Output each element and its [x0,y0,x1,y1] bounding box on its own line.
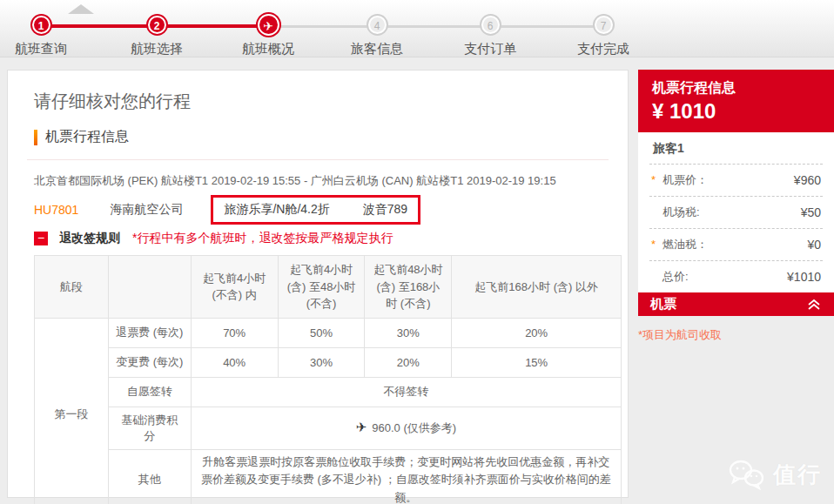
cell: 30% [365,318,452,347]
cell: 40% [191,347,278,377]
col-header-segment: 航段 [35,256,109,319]
step-label: 航班查询 [0,41,93,57]
price-summary-panel: 机票行程信息 ¥ 1010 旅客1 * 机票价： ¥960 机场税: ¥50 *… [638,70,834,343]
step-flight-overview: ✈ 航班概况 [216,16,320,57]
table-header-row: 航段 起飞前4小时 (不含) 内 起飞前4小时 (含) 至48小时 (不含) 起… [35,256,622,319]
double-chevron-up-icon[interactable] [806,299,822,311]
total-price: ¥ 1010 [652,99,820,124]
itinerary-card: 请仔细核对您的行程 机票行程信息 北京首都国际机场 (PEK) 航站楼T1 20… [7,70,629,498]
collapse-up-arrow-icon[interactable] [68,4,94,14]
ticket-collapse-bar[interactable]: 机票 [638,292,834,316]
price-breakdown: 旅客1 * 机票价： ¥960 机场税: ¥50 * 燃油税： ¥0 总价: ¥… [638,132,834,292]
watermark: 值行 [728,459,822,490]
table-row: 基础消费积分 ✈960.0 (仅供参考) [35,407,622,449]
airplane-icon: ✈ [356,420,367,434]
step-7-circle: 7 [595,16,613,34]
col-header-within-4h: 起飞前4小时 (不含) 内 [191,256,278,319]
section-accent-bar [34,130,37,145]
step-flight-select: 2 航班选择 [104,16,209,57]
watermark-text: 值行 [773,460,822,490]
step-4-circle: 4 [368,16,387,34]
col-header-beyond-168h: 起飞前168小时 (含) 以外 [452,256,622,319]
step-passenger-info: 4 旅客信息 [325,16,429,57]
refund-rules-title: 退改签规则 [59,231,120,246]
required-star: * [651,173,656,186]
step-6-circle: 6 [481,16,500,34]
page-title: 请仔细核对您的行程 [34,90,191,113]
col-header-48h-168h: 起飞前48小时 (含) 至168小时 (不含) [365,256,452,319]
row-label: 其他 [108,449,191,504]
row-label: 退票费 (每次) [108,318,191,347]
table-row: 第一段 退票费 (每次) 70% 50% 30% 20% [35,318,622,347]
divider [27,159,609,160]
step-2-circle: 2 [148,16,166,34]
section-title: 机票行程信息 [34,128,129,146]
table-row: 自愿签转 不得签转 [35,377,622,407]
price-summary-header: 机票行程信息 ¥ 1010 [638,70,834,132]
cell: ✈960.0 (仅供参考) [191,407,621,449]
refund-rules-note: *行程中有多个航班时，退改签按最严格规定执行 [132,231,393,246]
step-label: 航班概况 [216,41,320,57]
step-1-circle: 1 [32,16,50,34]
table-row: 变更费 (每次) 40% 30% 20% 15% [35,347,622,377]
aircraft-type: 波音789 [363,202,407,218]
cell: 升舱客票退票时按原客票舱位收取手续费；变更时网站将先收回优惠金额，再补交票价差额… [191,449,621,504]
col-header-4h-48h: 起飞前4小时 (含) 至48小时 (不含) [278,256,365,319]
cell: 50% [278,318,365,347]
row-label: 变更费 (每次) [108,347,191,377]
chat-bubbles-icon [728,459,766,490]
cell: 20% [365,347,452,377]
cell: 15% [452,347,622,377]
highlight-annotation-box: 旅游乐享/N舱/4.2折 波音789 [211,195,420,225]
flight-number: HU7801 [34,203,78,217]
row-label: 基础消费积分 [108,407,191,449]
fare-class: 旅游乐享/N舱/4.2折 [224,202,329,218]
step-pay-done: 7 支付完成 [551,16,656,57]
flight-detail-row: HU7801 海南航空公司 旅游乐享/N舱/4.2折 波音789 [34,192,420,227]
page: 1 航班查询 2 航班选择 ✈ 航班概况 4 旅客信息 6 支付订单 7 支付完… [0,0,834,504]
cell: 70% [191,318,278,347]
passenger-label: 旅客1 [649,132,823,165]
step-label: 支付订单 [438,41,542,57]
price-row-airport-tax: 机场税: ¥50 [649,197,823,229]
step-label: 航班选择 [104,41,209,57]
summary-title: 机票行程信息 [652,79,820,97]
refund-rules-table: 航段 起飞前4小时 (不含) 内 起飞前4小时 (含) 至48小时 (不含) 起… [34,255,622,504]
price-row-ticket: * 机票价： ¥960 [649,165,823,197]
segment-cell: 第一段 [35,318,109,504]
required-star: * [651,238,656,251]
step-label: 旅客信息 [325,41,429,57]
price-row-total: 总价: ¥1010 [649,261,823,292]
cell: 不得签转 [191,377,621,407]
cell: 30% [278,347,365,377]
table-row: 其他 升舱客票退票时按原客票舱位收取手续费；变更时网站将先收回优惠金额，再补交票… [35,449,622,504]
col-header-empty [108,256,191,319]
cell: 20% [452,318,622,347]
progress-bar: 1 航班查询 2 航班选择 ✈ 航班概况 4 旅客信息 6 支付订单 7 支付完… [0,0,834,57]
step-label: 支付完成 [551,41,656,57]
flight-route: 北京首都国际机场 (PEK) 航站楼T1 2019-02-19 15:55 - … [34,173,556,189]
row-label: 自愿签转 [108,377,191,407]
collapse-minus-icon[interactable]: − [34,232,48,245]
mileage-points: 960.0 (仅供参考) [372,421,456,434]
airplane-icon: ✈ [258,14,279,36]
price-row-fuel-tax: * 燃油税： ¥0 [649,229,823,261]
airline-charge-note: *项目为航司收取 [638,327,834,343]
step-flight-search: 1 航班查询 [0,16,93,57]
airline-name: 海南航空公司 [110,202,183,218]
refund-rules-header: − 退改签规则 *行程中有多个航班时，退改签按最严格规定执行 [34,231,393,246]
step-pay-order: 6 支付订单 [438,16,542,57]
